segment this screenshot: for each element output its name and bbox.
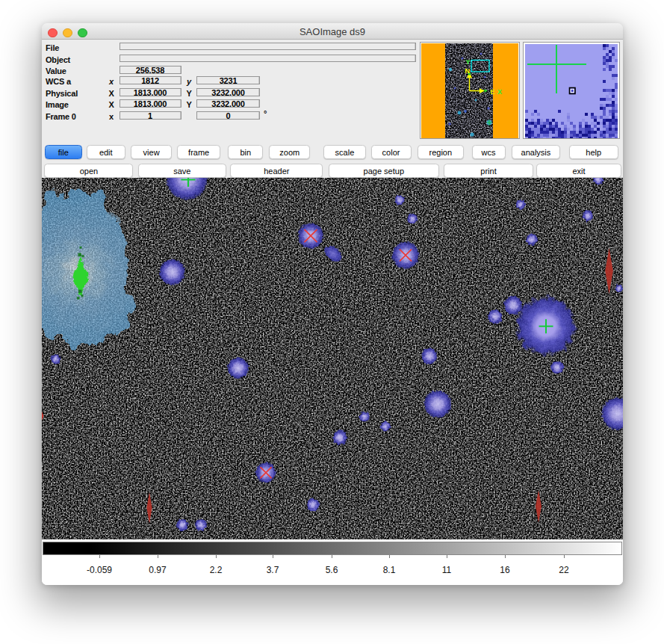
svg-text:N: N — [465, 67, 471, 75]
svg-text:E: E — [491, 88, 495, 96]
svg-text:Y: Y — [466, 58, 471, 66]
svg-text:X: X — [497, 88, 502, 96]
